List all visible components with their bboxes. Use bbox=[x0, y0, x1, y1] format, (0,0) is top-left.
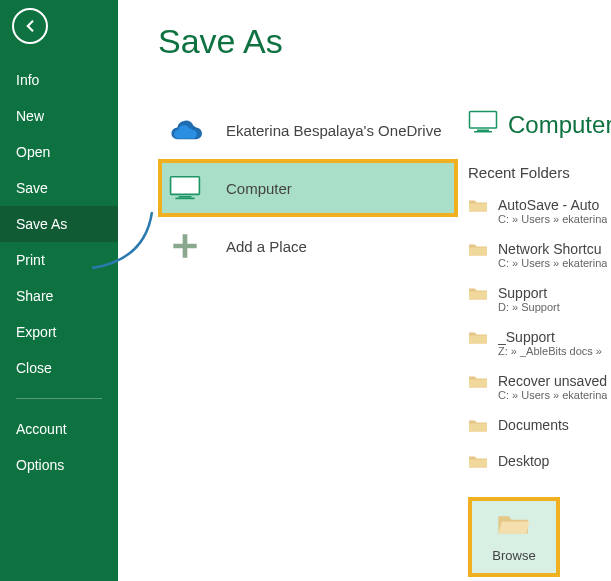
folder-name: Support bbox=[498, 285, 560, 301]
sidebar-item-share[interactable]: Share bbox=[0, 278, 118, 314]
folder-icon bbox=[468, 285, 488, 305]
folder-name: Desktop bbox=[498, 453, 549, 469]
svg-rect-3 bbox=[470, 112, 497, 129]
folder-path: D: » Support bbox=[498, 301, 560, 313]
folder-icon bbox=[468, 373, 488, 393]
computer-icon bbox=[468, 110, 498, 140]
browse-button[interactable]: Browse bbox=[468, 497, 560, 577]
sidebar-item-save-as[interactable]: Save As bbox=[0, 206, 118, 242]
svg-rect-4 bbox=[477, 130, 489, 132]
location-header-text: Computer bbox=[508, 111, 611, 139]
place-add[interactable]: Add a Place bbox=[158, 217, 458, 275]
folder-icon bbox=[468, 241, 488, 261]
recent-folder[interactable]: Documents bbox=[468, 411, 611, 447]
recent-folder[interactable]: Network ShortcuC: » Users » ekaterina bbox=[468, 235, 611, 279]
recent-folder[interactable]: Desktop bbox=[468, 447, 611, 483]
folder-name: Network Shortcu bbox=[498, 241, 607, 257]
recent-folder[interactable]: _SupportZ: » _AbleBits docs » bbox=[468, 323, 611, 367]
backstage-sidebar: Info New Open Save Save As Print Share E… bbox=[0, 0, 118, 581]
folder-path: C: » Users » ekaterina bbox=[498, 213, 607, 225]
recent-folder[interactable]: AutoSave - AutoC: » Users » ekaterina bbox=[468, 191, 611, 235]
folder-path: C: » Users » ekaterina bbox=[498, 257, 607, 269]
plus-icon bbox=[168, 231, 202, 261]
recent-folder[interactable]: SupportD: » Support bbox=[468, 279, 611, 323]
cloud-icon bbox=[168, 115, 202, 145]
recent-folder[interactable]: Recover unsavedC: » Users » ekaterina bbox=[468, 367, 611, 411]
folder-name: AutoSave - Auto bbox=[498, 197, 607, 213]
folder-name: Recover unsaved bbox=[498, 373, 607, 389]
page-title: Save As bbox=[158, 22, 458, 61]
sidebar-item-options[interactable]: Options bbox=[0, 447, 118, 483]
recent-folders-label: Recent Folders bbox=[468, 164, 611, 181]
folder-name: _Support bbox=[498, 329, 602, 345]
place-add-label: Add a Place bbox=[226, 238, 307, 255]
place-computer[interactable]: Computer bbox=[158, 159, 458, 217]
folder-icon bbox=[468, 329, 488, 349]
sidebar-item-open[interactable]: Open bbox=[0, 134, 118, 170]
sidebar-item-info[interactable]: Info bbox=[0, 62, 118, 98]
folder-path: Z: » _AbleBits docs » bbox=[498, 345, 602, 357]
back-button[interactable] bbox=[12, 8, 48, 44]
recent-folders-list: AutoSave - AutoC: » Users » ekaterinaNet… bbox=[468, 191, 611, 483]
folder-open-icon bbox=[496, 511, 532, 540]
sidebar-item-export[interactable]: Export bbox=[0, 314, 118, 350]
sidebar-item-close[interactable]: Close bbox=[0, 350, 118, 386]
browse-label: Browse bbox=[492, 548, 535, 563]
sidebar-item-save[interactable]: Save bbox=[0, 170, 118, 206]
sidebar-item-account[interactable]: Account bbox=[0, 411, 118, 447]
svg-rect-5 bbox=[474, 131, 492, 133]
place-computer-label: Computer bbox=[226, 180, 292, 197]
svg-rect-2 bbox=[175, 198, 194, 200]
svg-rect-1 bbox=[179, 196, 192, 198]
folder-name: Documents bbox=[498, 417, 569, 433]
place-onedrive-label: Ekaterina Bespalaya's OneDrive bbox=[226, 122, 441, 139]
sidebar-item-print[interactable]: Print bbox=[0, 242, 118, 278]
folder-path: C: » Users » ekaterina bbox=[498, 389, 607, 401]
sidebar-item-new[interactable]: New bbox=[0, 98, 118, 134]
sidebar-divider bbox=[16, 398, 102, 399]
place-onedrive[interactable]: Ekaterina Bespalaya's OneDrive bbox=[158, 101, 458, 159]
computer-icon bbox=[168, 173, 202, 203]
folder-icon bbox=[468, 453, 488, 473]
folder-icon bbox=[468, 197, 488, 217]
location-header: Computer bbox=[468, 110, 611, 140]
folder-icon bbox=[468, 417, 488, 437]
svg-rect-0 bbox=[171, 177, 200, 195]
